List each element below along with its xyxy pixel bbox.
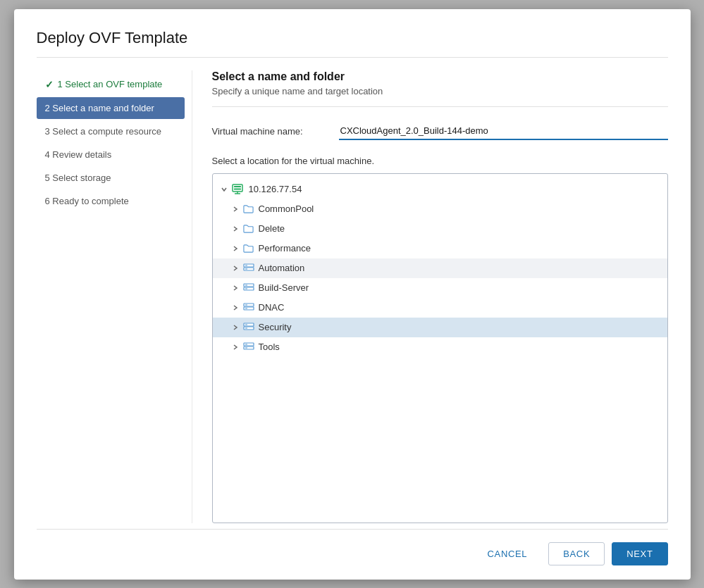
tree-node-security[interactable]: Security [213, 318, 667, 337]
section-title: Select a name and folder [212, 70, 668, 83]
footer: CANCEL BACK NEXT [37, 529, 668, 565]
section-subtitle: Specify a unique name and target locatio… [212, 86, 668, 107]
chevron-right-icon [230, 263, 241, 274]
tree-node-automation-label: Automation [259, 263, 305, 273]
resource-pool-icon [242, 341, 255, 354]
svg-rect-24 [245, 347, 247, 348]
sidebar-item-label: 1 Select an OVF template [58, 79, 163, 89]
sidebar-item-label: 3 Select a compute resource [45, 126, 161, 137]
svg-rect-16 [245, 308, 247, 308]
chevron-right-icon [230, 342, 241, 353]
tree-node-dnac-label: DNAC [259, 302, 285, 313]
tree-node-security-label: Security [259, 322, 292, 332]
sidebar-item-label: 6 Ready to complete [45, 196, 129, 206]
svg-rect-8 [245, 268, 247, 269]
cancel-button[interactable]: CANCEL [474, 543, 542, 565]
sidebar-item-step3[interactable]: 3 Select a compute resource [37, 120, 185, 142]
svg-rect-11 [245, 284, 247, 285]
vm-name-label: Virtual machine name: [212, 126, 339, 137]
svg-rect-23 [245, 344, 247, 344]
vm-name-input[interactable] [339, 123, 668, 140]
chevron-right-icon [230, 243, 241, 254]
dialog-body: ✓1 Select an OVF template2 Select a name… [37, 70, 668, 523]
sidebar-item-step2[interactable]: 2 Select a name and folder [37, 97, 185, 119]
svg-rect-2 [234, 188, 241, 189]
resource-pool-icon [242, 282, 255, 294]
tree-node-delete-label: Delete [259, 223, 285, 234]
folder-icon [242, 203, 255, 215]
resource-pool-icon [242, 262, 255, 275]
location-tree: 10.126.77.54 CommonPool [212, 173, 668, 523]
tree-node-commonpool-label: CommonPool [259, 204, 314, 214]
tree-node-tools-label: Tools [259, 342, 280, 352]
tree-node-delete[interactable]: Delete [213, 219, 667, 239]
chevron-right-icon [230, 223, 241, 234]
svg-rect-0 [233, 184, 242, 192]
resource-pool-icon [242, 321, 255, 334]
chevron-right-icon [230, 302, 241, 313]
chevron-right-icon [230, 322, 241, 333]
tree-node-performance[interactable]: Performance [213, 239, 667, 258]
sidebar: ✓1 Select an OVF template2 Select a name… [37, 70, 192, 523]
sidebar-item-step6[interactable]: 6 Ready to complete [37, 190, 185, 212]
sidebar-item-label: 2 Select a name and folder [45, 103, 154, 113]
sidebar-item-step1[interactable]: ✓1 Select an OVF template [37, 73, 185, 96]
tree-root-label: 10.126.77.54 [249, 184, 302, 194]
chevron-down-icon [218, 184, 230, 195]
tree-node-dnac[interactable]: DNAC [213, 298, 667, 318]
dialog-title: Deploy OVF Template [37, 29, 668, 58]
tree-node-buildserver[interactable]: Build-Server [213, 278, 667, 298]
svg-rect-15 [245, 304, 247, 305]
next-button[interactable]: NEXT [612, 542, 667, 565]
chevron-right-icon [230, 282, 241, 294]
svg-rect-12 [245, 288, 247, 289]
sidebar-item-step4[interactable]: 4 Review details [37, 144, 185, 165]
tree-node-automation[interactable]: Automation [213, 258, 667, 278]
tree-node-performance-label: Performance [259, 243, 311, 254]
back-button[interactable]: BACK [548, 542, 605, 565]
resource-pool-icon [242, 301, 255, 314]
tree-node-commonpool[interactable]: CommonPool [213, 199, 667, 219]
tree-node-buildserver-label: Build-Server [259, 282, 309, 293]
main-content: Select a name and folder Specify a uniqu… [192, 70, 668, 523]
sidebar-item-step5[interactable]: 5 Select storage [37, 167, 185, 189]
sidebar-item-label: 4 Review details [45, 149, 112, 160]
sidebar-item-label: 5 Select storage [45, 173, 111, 183]
location-label: Select a location for the virtual machin… [212, 156, 668, 166]
vm-name-row: Virtual machine name: [212, 123, 668, 140]
svg-rect-1 [234, 186, 241, 187]
folder-icon [242, 223, 255, 235]
folder-icon [242, 242, 255, 255]
server-icon [231, 183, 244, 196]
chevron-right-icon [230, 204, 241, 215]
deploy-ovf-dialog: Deploy OVF Template ✓1 Select an OVF tem… [14, 9, 691, 580]
svg-rect-7 [245, 265, 247, 265]
tree-node-tools[interactable]: Tools [213, 337, 667, 357]
check-icon: ✓ [45, 79, 54, 90]
tree-root-node[interactable]: 10.126.77.54 [213, 180, 667, 199]
svg-rect-19 [245, 324, 247, 325]
svg-rect-20 [245, 327, 247, 328]
